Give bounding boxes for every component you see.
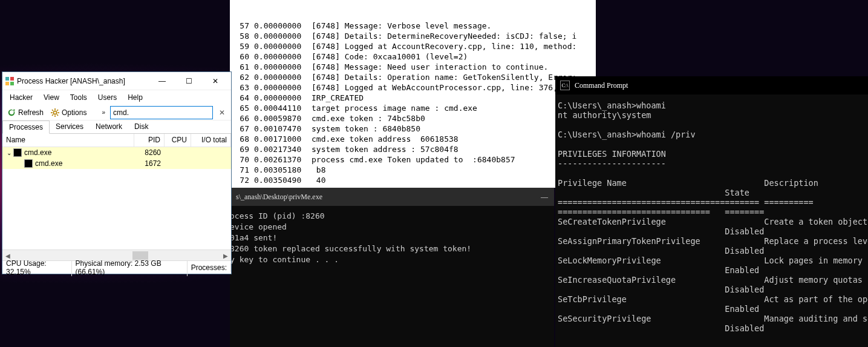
status-memory: Physical memory: 2.53 GB (66.61%) [72, 259, 188, 276]
close-button[interactable]: ✕ [203, 73, 227, 90]
process-hacker-titlebar[interactable]: Process Hacker [ANASH\_anash] — ☐ ✕ [2, 72, 231, 90]
process-hacker-toolbar: Refresh Options » ✕ [2, 105, 231, 121]
privme-title-text: s\_anash\Desktop\privMe.exe [236, 193, 322, 202]
command-prompt-output: C:\Users\_anash>whoami nt authority\syst… [555, 94, 868, 339]
minimize-button[interactable]: — [150, 73, 174, 90]
refresh-label: Refresh [18, 108, 44, 117]
clear-search-icon[interactable]: ✕ [215, 108, 229, 117]
svg-rect-3 [10, 82, 14, 85]
menu-users[interactable]: Users [93, 92, 122, 103]
tree-expander-icon[interactable]: ⌄ [5, 150, 13, 156]
command-prompt-title-text: Command Prompt [575, 81, 628, 90]
log-line: 720.00350490 40 [230, 175, 596, 185]
menu-tools[interactable]: Tools [65, 92, 92, 103]
status-cpu: CPU Usage: 32.15% [2, 259, 72, 276]
process-hacker-title-text: Process Hacker [ANASH\_anash] [17, 77, 148, 85]
log-line: 640.00000000IRP_CREATED [230, 93, 596, 103]
svg-rect-0 [5, 77, 9, 81]
status-bar: CPU Usage: 32.15% Physical memory: 2.53 … [2, 260, 231, 274]
process-hacker-menubar: Hacker View Tools Users Help [2, 90, 231, 105]
log-line: 690.00217340system token address : 57c80… [230, 144, 596, 154]
column-cpu[interactable]: CPU [165, 134, 191, 147]
options-label: Options [62, 108, 86, 117]
toolbar-overflow-icon[interactable]: » [99, 109, 108, 116]
log-line: 660.00059870cmd.exe token : 74bc58b0 [230, 113, 596, 124]
process-pid: 8260 [134, 148, 165, 157]
process-hacker-window: Process Hacker [ANASH\_anash] — ☐ ✕ Hack… [2, 71, 232, 274]
log-line: 670.00107470system token : 6840b850 [230, 124, 596, 134]
svg-rect-2 [5, 82, 9, 85]
log-line: 600.00000000[6748] Code: 0xcaa10001 (lev… [230, 51, 596, 62]
scroll-right-icon[interactable]: ▶ [220, 250, 231, 261]
refresh-button[interactable]: Refresh [5, 107, 46, 118]
svg-point-4 [53, 111, 56, 114]
process-hacker-app-icon [5, 76, 15, 86]
tab-processes[interactable]: Processes [2, 121, 50, 134]
process-pid: 1672 [134, 159, 165, 168]
gear-icon [51, 108, 59, 117]
process-name: cmd.exe [24, 148, 51, 157]
table-row[interactable]: ⌄cmd.exe8260 [2, 147, 231, 158]
tab-disk[interactable]: Disk [128, 121, 154, 133]
cmd-process-icon [13, 148, 22, 157]
cmd-icon: C:\ [560, 81, 570, 90]
status-processes: Processes: [188, 263, 231, 272]
process-table-body: ⌄cmd.exe8260cmd.exe1672 [2, 147, 231, 250]
privme-output: ocess ID (pid) :8260 evice opened 01a4 s… [230, 206, 554, 265]
menu-view[interactable]: View [39, 92, 64, 103]
process-table-header: Name PID CPU I/O total [2, 134, 231, 147]
tab-services[interactable]: Services [50, 121, 90, 133]
command-prompt-window: C:\ Command Prompt C:\Users\_anash>whoam… [555, 76, 868, 347]
column-pid[interactable]: PID [134, 134, 165, 147]
log-line: 610.00000000[6748] Message: Need user in… [230, 62, 596, 72]
event-log-window: 570.00000000[6748] Message: Verbose leve… [230, 0, 596, 188]
log-line: 590.00000000[6748] Logged at AccountReco… [230, 41, 596, 51]
menu-help[interactable]: Help [123, 92, 148, 103]
tab-network[interactable]: Network [90, 121, 128, 133]
log-line: 630.00000000[6748] Logged at WebAccountP… [230, 82, 596, 93]
log-line: 650.00044110target process image name : … [230, 103, 596, 113]
cmd-process-icon [24, 159, 33, 168]
log-line: 620.00000000[6748] Details: Operation na… [230, 72, 596, 82]
svg-rect-1 [10, 77, 14, 81]
process-name: cmd.exe [35, 159, 62, 168]
command-prompt-titlebar[interactable]: C:\ Command Prompt [555, 76, 868, 94]
scrollbar-thumb[interactable] [132, 251, 148, 260]
horizontal-scrollbar[interactable]: ◀ ▶ [2, 250, 231, 260]
refresh-icon [7, 108, 16, 117]
column-io[interactable]: I/O total [191, 134, 231, 147]
log-line: 700.00261370process cmd.exe Token update… [230, 154, 596, 165]
process-hacker-tabs: Processes Services Network Disk [2, 121, 231, 134]
column-name[interactable]: Name [2, 134, 134, 147]
log-line: 710.00305180 b8 [230, 165, 596, 175]
maximize-button[interactable]: ☐ [177, 73, 201, 90]
log-line: 580.00000000[6748] Details: DetermineRec… [230, 31, 596, 41]
privme-titlebar[interactable]: s\_anash\Desktop\privMe.exe — [230, 188, 554, 206]
privme-terminal-window: s\_anash\Desktop\privMe.exe — ocess ID (… [230, 188, 554, 347]
log-line: 680.00171000cmd.exe token address 606185… [230, 134, 596, 144]
table-row[interactable]: cmd.exe1672 [2, 158, 231, 169]
log-line: 570.00000000[6748] Message: Verbose leve… [230, 21, 596, 31]
scroll-left-icon[interactable]: ◀ [2, 250, 13, 261]
minimize-icon[interactable]: — [541, 193, 548, 202]
menu-hacker[interactable]: Hacker [5, 92, 38, 103]
search-input[interactable] [110, 106, 213, 119]
options-button[interactable]: Options [48, 107, 89, 118]
